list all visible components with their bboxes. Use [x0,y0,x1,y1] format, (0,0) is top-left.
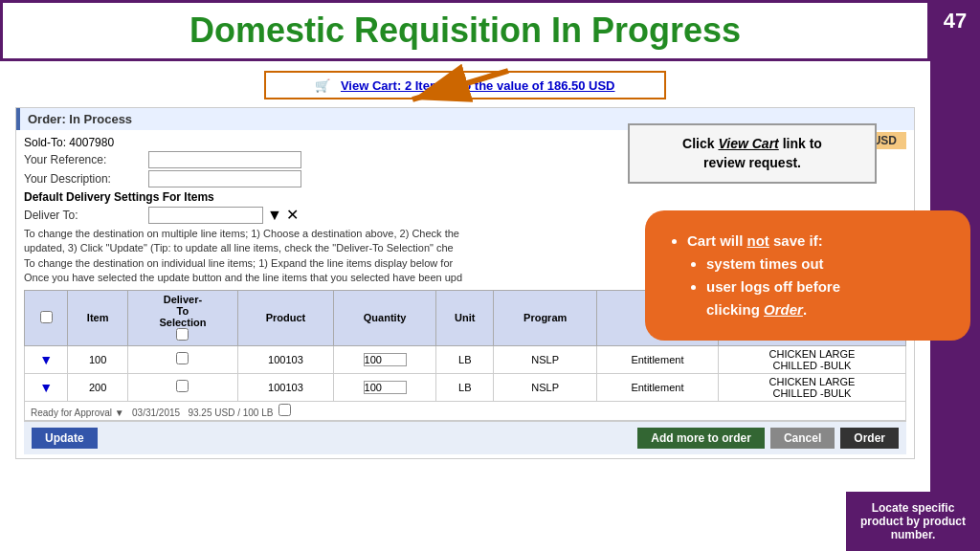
deliver-to-dropdown[interactable]: ▼ [267,207,282,224]
row1-deliver-checkbox[interactable] [128,345,238,373]
your-reference-label: Your Reference: [24,153,148,166]
callout-list: Cart will not save if: system times out … [668,230,947,321]
col-checkbox [25,290,68,345]
row1-quantity[interactable] [334,345,436,373]
table-row: ▼ 200 100103 LB NSLP Entitlement CHICKEN… [25,373,906,401]
callout-order-word: Order [764,301,803,318]
col-product: Product [237,290,333,345]
row2-quantity[interactable] [334,373,436,401]
table-row: ▼ 100 100103 LB NSLP Entitlement CHICKEN… [25,345,906,373]
deliver-to-label: Deliver To: [24,209,148,222]
bottom-right-callout: Locate specific product by product numbe… [846,492,980,551]
row2-sub-area: Entitlement [596,373,718,401]
callout-sub-item-1: system times out [706,253,947,276]
sold-to-label: Sold-To: 4007980 [24,136,114,149]
cart-icon: 🛒 [315,78,330,93]
bottom-buttons-bar: Update Add more to order Cancel Order [24,421,906,454]
row1-program: NSLP [494,345,597,373]
deliver-to-input[interactable] [148,207,263,224]
row1-item: 100 [68,345,128,373]
arrow-graphic [360,61,513,138]
orange-callout-bubble: Cart will not save if: system times out … [645,210,970,341]
title-bar: Domestic Requisition In Progress [0,0,930,61]
row2-description: CHICKEN LARGECHILLED -BULK [718,373,905,401]
right-buttons-group: Add more to order Cancel Order [637,428,899,449]
col-unit: Unit [436,290,494,345]
add-more-button[interactable]: Add more to order [637,428,765,449]
row2-status-row: Ready for Approval ▼ 03/31/2015 93.25 US… [25,401,906,420]
row1-unit: LB [436,345,494,373]
callout-not-word: not [747,232,769,249]
deliver-to-close[interactable]: ✕ [286,206,299,224]
row2-product: 100103 [237,373,333,401]
your-description-label: Your Description: [24,172,148,186]
row2-final-checkbox[interactable] [278,404,291,416]
row2-item: 200 [68,373,128,401]
update-button[interactable]: Update [32,428,98,449]
callout-sub-item-2: user logs off beforeclicking Order. [706,276,947,321]
row1-description: CHICKEN LARGECHILLED -BULK [718,345,905,373]
col-item: Item [68,290,128,345]
order-status-label: Order: In Process [28,112,132,126]
callout-sub-list: system times out user logs off beforecli… [687,253,947,321]
cancel-button[interactable]: Cancel [770,428,835,449]
default-delivery-title: Default Delivery Settings For Items [24,190,906,204]
row1-sub-area: Entitlement [596,345,718,373]
row1-dropdown[interactable]: ▼ [25,345,68,373]
slide-number-badge: 47 [930,0,980,42]
deliver-selection-checkbox[interactable] [176,328,189,341]
row2-deliver-checkbox[interactable] [128,373,238,401]
click-callout-box: Click View Cart link toreview request. [628,123,877,184]
row2-program: NSLP [494,373,597,401]
your-description-input[interactable] [148,170,301,187]
row2-unit: LB [436,373,494,401]
header-checkbox[interactable] [40,311,53,323]
page-title: Domestic Requisition In Progress [18,11,912,51]
order-button[interactable]: Order [840,428,899,449]
click-callout-text: Click View Cart link toreview request. [682,136,822,170]
callout-main-item: Cart will not save if: system times out … [687,230,947,321]
row2-dropdown[interactable]: ▼ [25,373,68,401]
bottom-callout-text: Locate specific product by product numbe… [860,501,966,541]
your-reference-input[interactable] [148,151,301,168]
col-quantity: Quantity [334,290,436,345]
row1-product: 100103 [237,345,333,373]
col-deliver-to: Deliver-ToSelection [128,290,238,345]
col-program: Program [494,290,597,345]
